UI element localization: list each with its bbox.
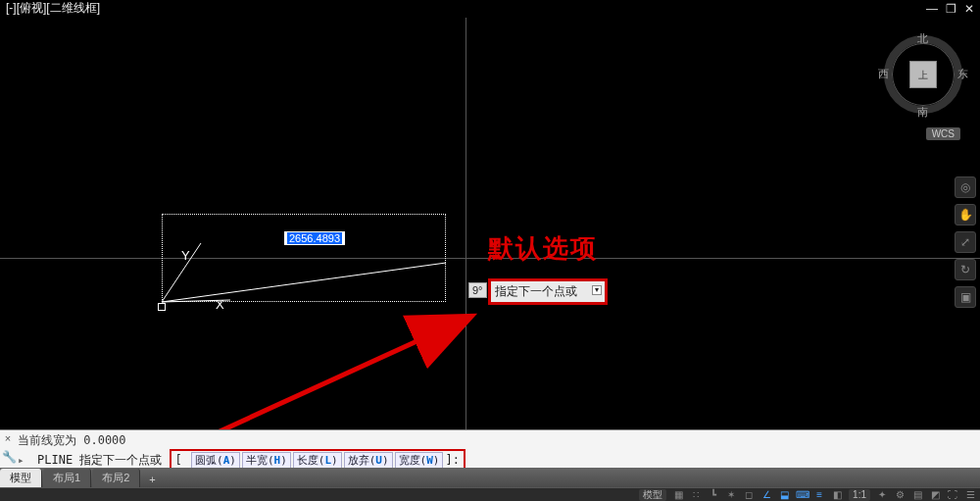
dynamic-angle-readout: 9° bbox=[468, 282, 487, 298]
option-width[interactable]: 宽度(W) bbox=[395, 452, 444, 469]
pan-icon[interactable]: ✋ bbox=[955, 204, 976, 225]
close-button[interactable]: ✕ bbox=[964, 2, 974, 16]
annotation-label: 默认选项 bbox=[488, 231, 598, 266]
osnap-icon[interactable]: ◻ bbox=[743, 489, 755, 500]
title-text: [-][俯视][二维线框] bbox=[6, 1, 100, 15]
compass-east: 东 bbox=[957, 67, 968, 81]
polyline-preview bbox=[162, 214, 446, 302]
length-value: 2656.4893 bbox=[287, 232, 342, 244]
rubberband-drawing: Y X bbox=[162, 214, 446, 307]
snap-icon[interactable]: ∷ bbox=[690, 489, 702, 500]
tab-layout1[interactable]: 布局1 bbox=[43, 469, 91, 487]
clean-screen-icon[interactable]: ⛶ bbox=[947, 489, 958, 500]
lineweight-icon[interactable]: ≡ bbox=[813, 489, 825, 500]
ortho-icon[interactable]: ┗ bbox=[708, 489, 719, 500]
zoom-extents-icon[interactable]: ⤢ bbox=[955, 231, 976, 253]
command-input-line[interactable]: ▸ PLINE 指定下一个点或 [ 圆弧(A) 半宽(H) 长度(L) 放弃(U… bbox=[18, 450, 976, 470]
polar-icon[interactable]: ✶ bbox=[725, 489, 737, 500]
customize-icon[interactable]: ☰ bbox=[964, 489, 976, 500]
command-prompt-text: 指定下一个点或 bbox=[79, 452, 162, 469]
command-history-line: 当前线宽为 0.0000 bbox=[18, 432, 976, 448]
viewcube[interactable]: 上 北 南 西 东 bbox=[884, 35, 962, 114]
dynamic-prompt-text: 指定下一个点或 bbox=[495, 284, 577, 298]
full-nav-wheel-icon[interactable]: ◎ bbox=[955, 176, 976, 198]
option-length[interactable]: 长度(L) bbox=[293, 452, 342, 469]
option-arc[interactable]: 圆弧(A) bbox=[191, 452, 240, 469]
isolate-icon[interactable]: ◩ bbox=[929, 489, 941, 500]
ucs-x-label: X bbox=[216, 297, 224, 312]
dynamic-input-prompt[interactable]: 指定下一个点或 ▾ bbox=[488, 278, 608, 305]
grid-icon[interactable]: ▦ bbox=[672, 489, 684, 500]
model-viewport[interactable]: Y X 2656.4893 9° 指定下一个点或 ▾ 默认选项 上 北 南 西 … bbox=[0, 18, 980, 449]
option-undo[interactable]: 放弃(U) bbox=[344, 452, 393, 469]
tab-layout2[interactable]: 布局2 bbox=[92, 469, 140, 487]
dyn-input-icon[interactable]: ⌨ bbox=[796, 489, 808, 500]
otrack-icon[interactable]: ∠ bbox=[760, 489, 772, 500]
command-prompt-icon: ▸ bbox=[18, 454, 37, 467]
tab-add-button[interactable]: + bbox=[141, 472, 163, 487]
compass-west: 西 bbox=[878, 67, 889, 81]
option-halfwidth[interactable]: 半宽(H) bbox=[242, 452, 291, 469]
window-controls: — ❐ ✕ bbox=[926, 2, 974, 16]
anno-visibility-icon[interactable]: ✦ bbox=[876, 489, 888, 500]
compass-south: 南 bbox=[917, 105, 928, 120]
wcs-label[interactable]: WCS bbox=[926, 127, 960, 140]
navigation-bar: ◎ ✋ ⤢ ↻ ▣ bbox=[955, 176, 978, 308]
viewcube-top-face[interactable]: 上 bbox=[909, 61, 937, 88]
viewport-title: [-][俯视][二维线框] bbox=[0, 0, 980, 18]
orbit-icon[interactable]: ↻ bbox=[955, 259, 976, 280]
showmotion-icon[interactable]: ▣ bbox=[955, 286, 976, 308]
crosshair-vertical bbox=[466, 18, 466, 449]
endpoint-marker bbox=[158, 303, 166, 311]
command-name: PLINE bbox=[37, 453, 73, 467]
restore-button[interactable]: ❐ bbox=[946, 2, 956, 16]
anno-scale-button[interactable]: 1:1 bbox=[849, 489, 870, 501]
status-bar: 模型 ▦ ∷ ┗ ✶ ◻ ∠ ⬓ ⌨ ≡ ◧ 1:1 ✦ ⚙ ▤ ◩ ⛶ ☰ bbox=[0, 487, 980, 501]
options-dropdown-icon[interactable]: ▾ bbox=[592, 285, 602, 295]
ucs-y-label: Y bbox=[181, 248, 190, 263]
command-window: × 🔧 当前线宽为 0.0000 ▸ PLINE 指定下一个点或 [ 圆弧(A)… bbox=[0, 429, 980, 471]
minimize-button[interactable]: — bbox=[926, 2, 938, 16]
workspace-switch-icon[interactable]: ⚙ bbox=[894, 489, 906, 500]
layout-tab-strip: 模型 布局1 布局2 + bbox=[0, 468, 980, 487]
dynamic-length-readout: 2656.4893 bbox=[284, 231, 345, 245]
options-suffix: ]: bbox=[445, 453, 459, 467]
compass-north: 北 bbox=[917, 31, 928, 46]
command-wrench-icon[interactable]: 🔧 bbox=[2, 450, 14, 462]
tab-model[interactable]: 模型 bbox=[0, 469, 42, 487]
transparency-icon[interactable]: ◧ bbox=[831, 489, 843, 500]
hardware-accel-icon[interactable]: ▤ bbox=[911, 489, 923, 500]
status-model-button[interactable]: 模型 bbox=[639, 489, 666, 501]
dyn-ucs-icon[interactable]: ⬓ bbox=[778, 489, 790, 500]
command-close-icon[interactable]: × bbox=[2, 432, 14, 444]
svg-line-0 bbox=[162, 263, 446, 302]
